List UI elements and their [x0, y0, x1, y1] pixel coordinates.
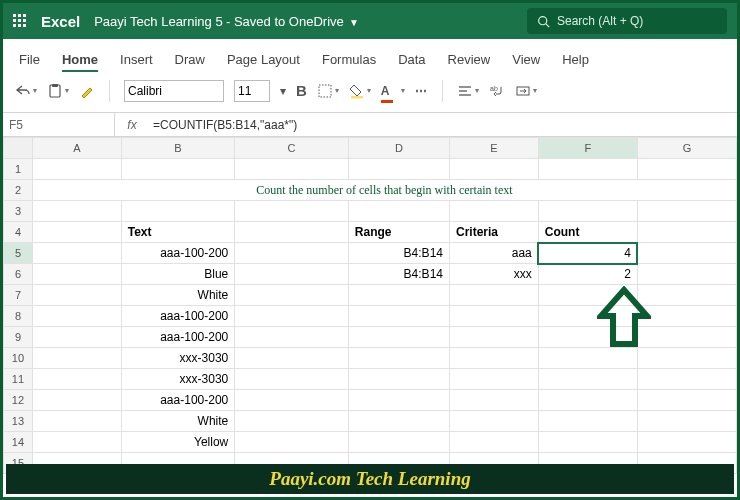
cell: B4:B14	[348, 264, 449, 285]
formula-bar-row: F5 fx =COUNTIF(B5:B14,"aaa*")	[3, 113, 737, 137]
tab-insert[interactable]: Insert	[120, 52, 153, 67]
doc-title: Paayi Tech Learning 5	[94, 14, 222, 29]
doc-title-group[interactable]: Paayi Tech Learning 5 - Saved to OneDriv…	[94, 14, 359, 29]
row-header[interactable]: 9	[4, 327, 33, 348]
cell: aaa-100-200	[121, 327, 235, 348]
col-header[interactable]: E	[449, 138, 538, 159]
row-header[interactable]: 12	[4, 390, 33, 411]
undo-button[interactable]: ▾	[15, 83, 37, 99]
cell: Criteria	[449, 222, 538, 243]
cell: xxx-3030	[121, 369, 235, 390]
font-size-select[interactable]	[234, 80, 270, 102]
tab-file[interactable]: File	[19, 52, 40, 67]
formula-bar[interactable]: =COUNTIF(B5:B14,"aaa*")	[149, 118, 737, 132]
cell: White	[121, 411, 235, 432]
save-state: Saved to OneDrive	[234, 14, 344, 29]
search-icon	[537, 15, 550, 28]
borders-button[interactable]: ▾	[317, 83, 339, 99]
font-name-select[interactable]	[124, 80, 224, 102]
svg-rect-3	[52, 84, 58, 87]
title-bar: Excel Paayi Tech Learning 5 - Saved to O…	[3, 3, 737, 39]
col-header[interactable]: C	[235, 138, 349, 159]
row-header[interactable]: 6	[4, 264, 33, 285]
row-header[interactable]: 4	[4, 222, 33, 243]
cell: Yellow	[121, 432, 235, 453]
row-header[interactable]: 7	[4, 285, 33, 306]
cell: aaa-100-200	[121, 390, 235, 411]
svg-text:ab: ab	[490, 85, 498, 92]
align-button[interactable]: ▾	[457, 83, 479, 99]
sheet-title[interactable]: Count the number of cells that begin wit…	[32, 180, 736, 201]
row-header[interactable]: 13	[4, 411, 33, 432]
col-header[interactable]: G	[637, 138, 736, 159]
worksheet[interactable]: A B C D E F G 1 2Count the number of cel…	[3, 137, 737, 474]
row-header[interactable]: 8	[4, 306, 33, 327]
app-name: Excel	[41, 13, 80, 30]
paste-button[interactable]: ▾	[47, 83, 69, 99]
row-header[interactable]: 11	[4, 369, 33, 390]
cell: Range	[348, 222, 449, 243]
row-header[interactable]: 14	[4, 432, 33, 453]
row-header[interactable]: 1	[4, 159, 33, 180]
col-header[interactable]: F	[538, 138, 637, 159]
ribbon: ▾ ▾ ▾ B ▾ ▾ A▾ ⋯ ▾ ab ▾	[3, 71, 737, 113]
cell: aaa	[449, 243, 538, 264]
col-header[interactable]: A	[32, 138, 121, 159]
tab-page-layout[interactable]: Page Layout	[227, 52, 300, 67]
row-header[interactable]: 2	[4, 180, 33, 201]
tab-view[interactable]: View	[512, 52, 540, 67]
svg-rect-4	[319, 85, 331, 97]
name-box[interactable]: F5	[3, 113, 115, 136]
svg-line-1	[546, 23, 549, 26]
cell: B4:B14	[348, 243, 449, 264]
svg-rect-5	[351, 96, 363, 99]
cell: Blue	[121, 264, 235, 285]
svg-point-0	[539, 16, 547, 24]
fx-label[interactable]: fx	[115, 118, 149, 132]
tab-draw[interactable]: Draw	[175, 52, 205, 67]
tab-home[interactable]: Home	[62, 52, 98, 67]
ribbon-tabs: File Home Insert Draw Page Layout Formul…	[3, 39, 737, 71]
tab-formulas[interactable]: Formulas	[322, 52, 376, 67]
row-header[interactable]: 3	[4, 201, 33, 222]
search-input[interactable]: Search (Alt + Q)	[527, 8, 727, 34]
cell: Count	[538, 222, 637, 243]
format-painter-button[interactable]	[79, 83, 95, 99]
cell: aaa-100-200	[121, 306, 235, 327]
more-font-button[interactable]: ⋯	[415, 84, 428, 98]
font-color-button[interactable]: A▾	[381, 83, 405, 98]
wrap-text-button[interactable]: ab	[489, 83, 505, 99]
select-all-corner[interactable]	[4, 138, 33, 159]
footer-watermark: Paayi.com Tech Learning	[6, 464, 734, 494]
tab-help[interactable]: Help	[562, 52, 589, 67]
apps-icon[interactable]	[13, 14, 27, 28]
fill-color-button[interactable]: ▾	[349, 83, 371, 99]
row-header[interactable]: 5	[4, 243, 33, 264]
chevron-down-icon: ▼	[349, 17, 359, 28]
cell: White	[121, 285, 235, 306]
tab-review[interactable]: Review	[448, 52, 491, 67]
active-cell: 4	[538, 243, 637, 264]
cell: 2	[538, 264, 637, 285]
bold-button[interactable]: B	[296, 82, 307, 99]
row-header[interactable]: 10	[4, 348, 33, 369]
col-header[interactable]: B	[121, 138, 235, 159]
cell: Text	[121, 222, 235, 243]
tab-data[interactable]: Data	[398, 52, 425, 67]
col-header[interactable]: D	[348, 138, 449, 159]
font-size-more[interactable]: ▾	[280, 84, 286, 98]
up-arrow-annotation	[597, 286, 651, 352]
cell: xxx-3030	[121, 348, 235, 369]
cell: aaa-100-200	[121, 243, 235, 264]
merge-button[interactable]: ▾	[515, 83, 537, 99]
cell: xxx	[449, 264, 538, 285]
